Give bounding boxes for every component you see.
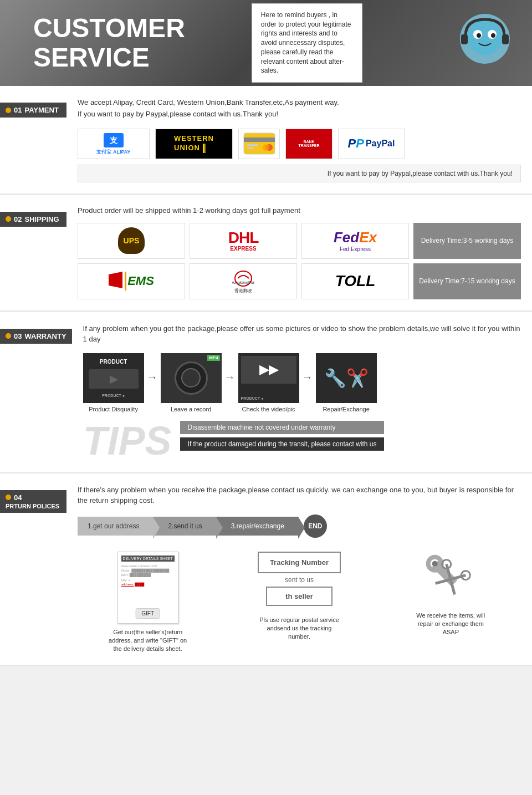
repair-tools-icon: [423, 552, 478, 607]
page-title: CUSTOMER SERVICE: [0, 14, 185, 73]
alipay-logo: 支 支付宝 ALIPAY: [78, 129, 150, 159]
svg-rect-11: [244, 137, 275, 142]
shipping-logos-row2: EMS HongkongPost 香港郵政: [78, 263, 521, 299]
warranty-flow: PRODUCT ▶ PRODUCT ● Product Disquality →…: [83, 353, 521, 412]
flow-box-tools: 🔧✂️: [316, 353, 377, 403]
return-content: If there's any problem when you receive …: [66, 485, 532, 654]
tips-rule-2: If the product damaged during the transi…: [180, 437, 385, 451]
return-label: 04 PRTURN POLICES: [0, 490, 66, 513]
return-details: DELIVERY DETAILS SHEET www.seller.com/it…: [78, 552, 521, 654]
paypal-logo: P P PayPal: [338, 129, 405, 159]
return-col3-label: We receive the items, will repair or exc…: [409, 611, 492, 637]
flow-step-1: PRODUCT ▶ PRODUCT ● Product Disquality: [83, 353, 144, 412]
fedex-logo: Fed Ex Fed Express: [301, 223, 409, 259]
page-header: CUSTOMER SERVICE Here to remind buyers ,…: [0, 0, 532, 86]
svg-point-15: [263, 144, 269, 151]
gift-badge: GIFT: [135, 608, 160, 619]
svg-point-1: [467, 20, 503, 55]
flow-label-2: Leave a record: [171, 406, 211, 412]
svg-marker-16: [109, 272, 122, 288]
return-text: If there's any problem when you receive …: [78, 485, 521, 506]
svg-rect-13: [247, 147, 254, 149]
flow-step-3: ▶▶ PRODUCT ● Check the video/pic: [238, 353, 299, 412]
tips-rules: Disassemble machine not covered under wa…: [180, 421, 385, 451]
toll-logo: TOLL: [301, 263, 409, 299]
flow-label-3: Check the video/pic: [242, 406, 295, 412]
ems-logo: EMS: [78, 263, 185, 299]
delivery-time-slow: Delivery Time:7-15 working days: [413, 263, 521, 299]
return-flow: 1.get our address 2.send it us 3.repair/…: [78, 514, 521, 538]
return-step-1: 1.get our address: [78, 517, 153, 536]
ups-logo: UPS: [78, 223, 185, 259]
warranty-dot: [6, 333, 11, 339]
flow-box-product2: ▶▶ PRODUCT ●: [238, 353, 299, 403]
main-content: 01 PAYMENT We accept Alipay, Credit Card…: [0, 86, 532, 666]
shipping-logos-row1: UPS DHL EXPRESS Fed Ex: [78, 223, 521, 259]
flow-arrow-2: →: [224, 371, 236, 384]
return-col-1: DELIVERY DETAILS SHEET www.seller.com/it…: [78, 552, 218, 654]
shipping-text: Product order will be shipped within 1-2…: [78, 206, 521, 215]
bank-transfer-logo: BANK TRANSFER: [285, 129, 332, 159]
tips-section: TIPS Disassemble machine not covered und…: [83, 421, 521, 461]
delivery-sheet: DELIVERY DETAILS SHEET www.seller.com/it…: [117, 552, 178, 624]
warranty-section: 03 WARRANTY If any problem when you got …: [0, 312, 532, 473]
payment-section: 01 PAYMENT We accept Alipay, Credit Card…: [0, 86, 532, 195]
svg-text:支: 支: [109, 136, 118, 145]
sent-to-us-text: sent to us: [285, 576, 314, 584]
shipping-section: 02 SHIPPING Product order will be shippe…: [0, 195, 532, 312]
shipping-label: 02 SHIPPING: [0, 212, 66, 227]
return-col-3: We receive the items, will repair or exc…: [381, 552, 521, 637]
western-union-logo: WESTERN UNION ‖: [155, 129, 233, 159]
dhl-logo: DHL EXPRESS: [190, 223, 297, 259]
svg-rect-10: [244, 133, 275, 154]
flow-label-4: Repair/Exchange: [323, 406, 369, 412]
flow-label-1: Product Disquality: [89, 406, 138, 412]
delivery-time-fast: Delivery Time:3-5 working days: [413, 223, 521, 259]
return-col-2: Tracking Number sent to us th seller Pls…: [229, 552, 369, 641]
return-step-2: 2.send it us: [152, 517, 216, 536]
svg-point-5: [491, 33, 495, 38]
svg-text:HongkongPost: HongkongPost: [232, 281, 254, 285]
payment-label: 01 PAYMENT: [0, 103, 66, 118]
svg-rect-6: [461, 34, 468, 44]
payment-content: We accept Alipay, Credit Card, Western U…: [66, 97, 532, 182]
tips-title: TIPS: [83, 421, 172, 461]
return-col2-label: Pls use regular postal service andsend u…: [258, 616, 341, 641]
svg-rect-12: [247, 144, 258, 146]
return-col1-label: Get our(the seller's)return address, and…: [106, 628, 190, 654]
th-seller-box: th seller: [266, 587, 332, 606]
return-dot: [6, 495, 11, 500]
warranty-text: If any problem when you got the package,…: [83, 323, 521, 345]
warranty-content: If any problem when you got the package,…: [72, 323, 532, 461]
credit-card-logo: [238, 129, 280, 159]
payment-text: We accept Alipay, Credit Card, Western U…: [78, 97, 521, 120]
shipping-content: Product order will be shipped within 1-2…: [66, 206, 532, 299]
warranty-label: 03 WARRANTY: [0, 329, 72, 344]
flow-step-4: 🔧✂️ Repair/Exchange: [316, 353, 377, 412]
return-section: 04 PRTURN POLICES If there's any problem…: [0, 473, 532, 666]
svg-point-24: [460, 569, 472, 581]
shipping-dot: [6, 216, 11, 222]
payment-dot: [6, 108, 11, 113]
return-end-badge: END: [304, 514, 327, 538]
svg-rect-7: [502, 34, 509, 44]
header-notice: Here to remind buyers , in order to prot…: [252, 3, 362, 83]
mascot-icon: [449, 6, 521, 78]
flow-box-product1: PRODUCT ▶ PRODUCT ●: [83, 353, 144, 403]
flow-box-mp4: MP4: [161, 353, 222, 403]
tips-rule-1: Disassemble machine not covered under wa…: [180, 421, 385, 434]
flow-arrow-3: →: [302, 371, 313, 384]
svg-point-4: [477, 33, 481, 38]
paypal-note: If you want to pay by Paypal,please cont…: [78, 165, 521, 182]
hkpost-logo: HongkongPost 香港郵政: [190, 263, 297, 299]
flow-step-2: MP4 Leave a record: [161, 353, 222, 412]
payment-logos: 支 支付宝 ALIPAY WESTERN UNION ‖: [78, 129, 521, 159]
return-step-3: 3.repair/exchange: [216, 517, 298, 536]
tracking-number-box: Tracking Number: [258, 552, 341, 573]
flow-arrow-1: →: [147, 371, 158, 384]
